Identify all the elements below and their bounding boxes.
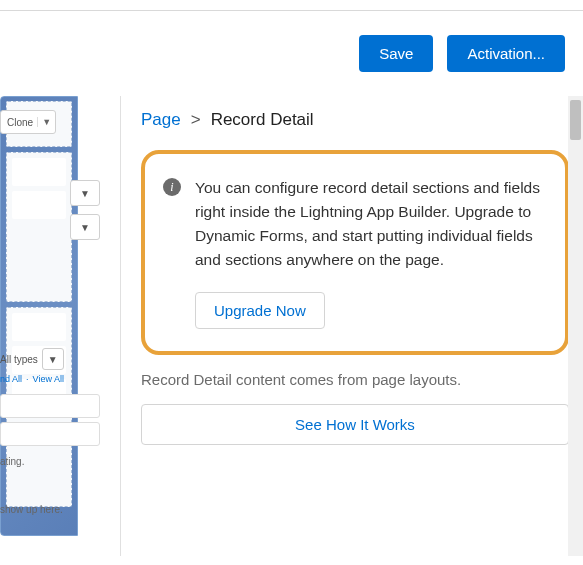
- main-area: Clone ▼ ▼ ▼ All types ▼ nd All · View Al…: [0, 96, 583, 556]
- properties-panel: Page > Record Detail i You can configure…: [121, 96, 583, 556]
- top-toolbar: Save Activation...: [0, 10, 583, 96]
- chevron-down-icon: ▼: [80, 188, 90, 199]
- palette-item[interactable]: [0, 394, 100, 418]
- layout-note: Record Detail content comes from page la…: [141, 371, 569, 388]
- upgrade-now-button[interactable]: Upgrade Now: [195, 292, 325, 329]
- scrollbar-track[interactable]: ▴: [568, 96, 583, 556]
- canvas-component[interactable]: [12, 191, 66, 219]
- info-icon: i: [163, 178, 181, 196]
- upgrade-callout: i You can configure record detail sectio…: [141, 150, 569, 355]
- see-how-it-works-button[interactable]: See How It Works: [141, 404, 569, 445]
- filter-label: All types: [0, 354, 38, 365]
- component-dropdown[interactable]: ▼: [70, 214, 100, 240]
- canvas-sidebar: Clone ▼ ▼ ▼ All types ▼ nd All · View Al…: [0, 96, 118, 556]
- expand-links: nd All · View All: [0, 374, 64, 384]
- canvas-component[interactable]: [12, 158, 66, 186]
- palette-item[interactable]: [0, 422, 100, 446]
- filter-icon: ▼: [48, 354, 58, 365]
- chevron-down-icon: ▼: [80, 222, 90, 233]
- clone-label: Clone: [7, 117, 33, 128]
- clone-dropdown[interactable]: Clone ▼: [0, 110, 56, 134]
- callout-content: You can configure record detail sections…: [195, 176, 547, 329]
- breadcrumb-current: Record Detail: [211, 110, 314, 130]
- chevron-down-icon: ▼: [37, 117, 51, 127]
- filter-row: All types ▼: [0, 348, 64, 370]
- breadcrumb-separator: >: [191, 110, 201, 130]
- activation-button[interactable]: Activation...: [447, 35, 565, 72]
- hint-text: ating.: [0, 456, 24, 467]
- component-dropdown[interactable]: ▼: [70, 180, 100, 206]
- canvas-region[interactable]: [6, 152, 72, 302]
- canvas-component[interactable]: [12, 313, 66, 341]
- callout-text: You can configure record detail sections…: [195, 176, 547, 272]
- hint-text: show up here.: [0, 504, 63, 515]
- breadcrumb-root[interactable]: Page: [141, 110, 181, 130]
- view-all-link[interactable]: View All: [33, 374, 64, 384]
- save-button[interactable]: Save: [359, 35, 433, 72]
- filter-button[interactable]: ▼: [42, 348, 64, 370]
- breadcrumb: Page > Record Detail: [141, 110, 569, 130]
- scrollbar-thumb[interactable]: [570, 100, 581, 140]
- page-canvas-preview: [0, 96, 78, 536]
- expand-all-link[interactable]: nd All: [0, 374, 22, 384]
